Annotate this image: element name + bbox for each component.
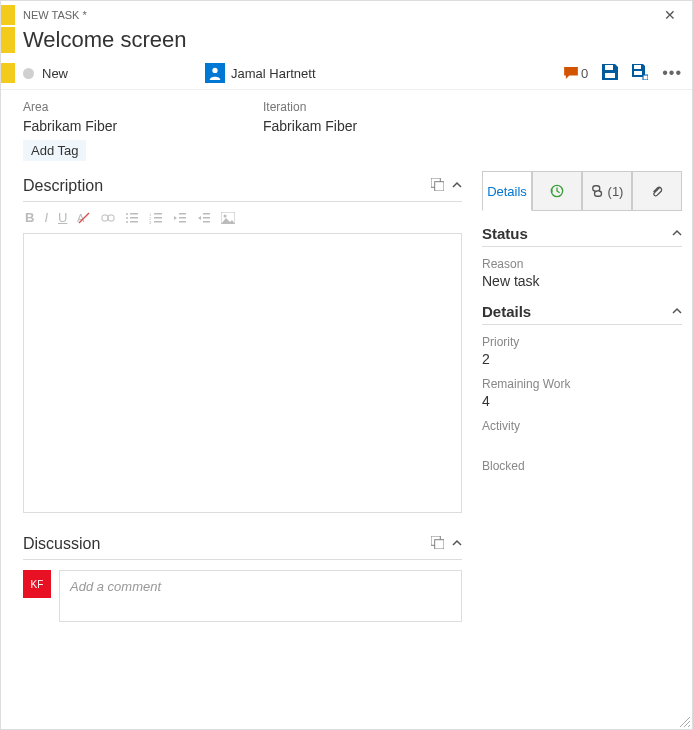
remaining-work-label: Remaining Work — [482, 377, 682, 391]
svg-point-12 — [126, 213, 128, 215]
reason-field[interactable]: Reason New task — [482, 257, 682, 289]
reason-label: Reason — [482, 257, 682, 271]
tab-details[interactable]: Details — [482, 171, 532, 211]
indent-button[interactable] — [197, 212, 211, 224]
close-button[interactable]: ✕ — [658, 5, 682, 25]
svg-point-14 — [126, 217, 128, 219]
svg-rect-33 — [435, 540, 444, 549]
svg-rect-11 — [108, 215, 114, 221]
link-icon — [591, 184, 605, 198]
blocked-label: Blocked — [482, 459, 682, 473]
area-label: Area — [23, 100, 223, 114]
description-editor[interactable] — [23, 233, 462, 513]
tab-attachments[interactable] — [632, 171, 682, 210]
svg-rect-10 — [102, 215, 108, 221]
more-actions-button[interactable]: ••• — [662, 64, 682, 82]
svg-point-16 — [126, 221, 128, 223]
comment-input[interactable]: Add a comment — [59, 570, 462, 622]
assignee-name: Jamal Hartnett — [231, 66, 316, 81]
svg-rect-19 — [154, 213, 162, 215]
assignee-field[interactable]: Jamal Hartnett — [205, 63, 564, 83]
add-tag-button[interactable]: Add Tag — [23, 140, 86, 161]
svg-rect-25 — [179, 217, 186, 219]
svg-rect-1 — [605, 65, 613, 70]
svg-rect-13 — [130, 213, 138, 215]
description-collapse-button[interactable] — [452, 179, 462, 193]
chevron-up-icon — [672, 228, 682, 238]
iteration-field[interactable]: Iteration Fabrikam Fiber — [263, 100, 463, 134]
details-heading: Details — [482, 303, 531, 320]
svg-rect-26 — [179, 221, 186, 223]
svg-rect-27 — [203, 213, 210, 215]
remaining-work-field[interactable]: Remaining Work 4 — [482, 377, 682, 409]
description-fullscreen-button[interactable] — [431, 178, 444, 194]
area-value: Fabrikam Fiber — [23, 118, 223, 134]
bullet-list-button[interactable] — [125, 212, 139, 224]
discussion-collapse-button[interactable] — [452, 537, 462, 551]
save-icon — [602, 64, 618, 80]
comment-icon — [564, 67, 578, 79]
activity-label: Activity — [482, 419, 682, 433]
priority-label: Priority — [482, 335, 682, 349]
details-collapse-button[interactable] — [672, 304, 682, 319]
svg-rect-29 — [203, 221, 210, 223]
clear-format-button[interactable]: A — [77, 211, 91, 225]
blocked-field[interactable]: Blocked — [482, 459, 682, 473]
number-list-button[interactable]: 123 — [149, 212, 163, 224]
current-user-avatar: KF — [23, 570, 51, 598]
image-button[interactable] — [221, 212, 235, 224]
chevron-up-icon — [452, 538, 462, 548]
svg-rect-2 — [605, 73, 615, 78]
svg-line-37 — [688, 725, 690, 727]
discussion-heading: Discussion — [23, 535, 100, 553]
link-button[interactable] — [101, 212, 115, 224]
work-item-title[interactable]: Welcome screen — [15, 27, 186, 53]
iteration-label: Iteration — [263, 100, 463, 114]
discussion-fullscreen-button[interactable] — [431, 536, 444, 552]
svg-rect-24 — [179, 213, 186, 215]
svg-rect-23 — [154, 221, 162, 223]
outdent-button[interactable] — [173, 212, 187, 224]
priority-value: 2 — [482, 351, 682, 367]
fullscreen-icon — [431, 536, 444, 549]
iteration-value: Fabrikam Fiber — [263, 118, 463, 134]
chevron-up-icon — [452, 180, 462, 190]
status-heading: Status — [482, 225, 528, 242]
area-field[interactable]: Area Fabrikam Fiber — [23, 100, 223, 134]
svg-rect-15 — [130, 217, 138, 219]
underline-button[interactable]: U — [58, 210, 67, 225]
fullscreen-icon — [431, 178, 444, 191]
svg-point-31 — [224, 214, 227, 217]
svg-rect-3 — [634, 65, 641, 69]
svg-rect-4 — [634, 71, 642, 75]
activity-field[interactable]: Activity — [482, 419, 682, 433]
italic-button[interactable]: I — [44, 210, 48, 225]
comment-count[interactable]: 0 — [564, 66, 588, 81]
svg-rect-7 — [435, 182, 444, 191]
reason-value: New task — [482, 273, 682, 289]
avatar — [205, 63, 225, 83]
work-item-type-label: NEW TASK * — [15, 7, 658, 23]
svg-rect-17 — [130, 221, 138, 223]
bold-button[interactable]: B — [25, 210, 34, 225]
state-field[interactable]: New — [15, 66, 205, 81]
svg-rect-21 — [154, 217, 162, 219]
save-copy-icon — [632, 64, 648, 80]
resize-handle[interactable] — [678, 715, 690, 727]
svg-point-0 — [212, 68, 217, 73]
priority-field[interactable]: Priority 2 — [482, 335, 682, 367]
svg-rect-5 — [643, 75, 648, 80]
chevron-up-icon — [672, 306, 682, 316]
rich-text-toolbar: B I U A 123 — [23, 202, 462, 233]
status-collapse-button[interactable] — [672, 226, 682, 241]
svg-text:3: 3 — [149, 220, 152, 224]
remaining-work-value: 4 — [482, 393, 682, 409]
state-dot-icon — [23, 68, 34, 79]
save-copy-button[interactable] — [632, 64, 648, 83]
save-button[interactable] — [602, 64, 618, 83]
attachment-icon — [650, 184, 664, 198]
tab-links[interactable]: (1) — [582, 171, 632, 210]
state-value: New — [42, 66, 68, 81]
tab-history[interactable] — [532, 171, 582, 210]
svg-rect-28 — [203, 217, 210, 219]
